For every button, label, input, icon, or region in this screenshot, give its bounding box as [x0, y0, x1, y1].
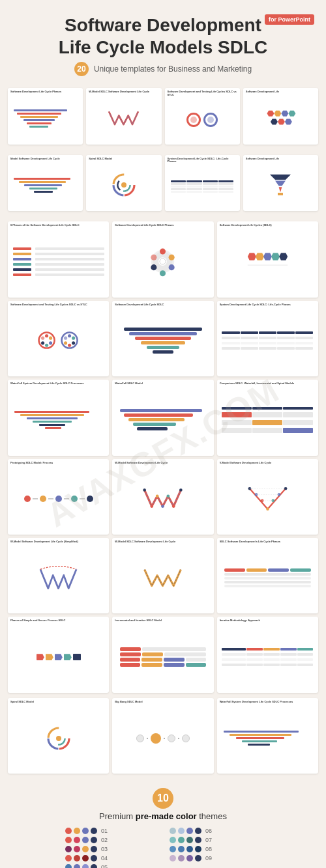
slide-title-20: V-Model Software Development Life Cycle — [220, 462, 316, 465]
color-theme-05: 05 — [65, 864, 156, 868]
color-theme-08: 08 — [170, 846, 261, 852]
svg-marker-14 — [275, 181, 286, 186]
slide-thumb-11: Software Development Life Cycles (SDLC) — [217, 221, 318, 297]
slide-title-5: Model Software Development Life Cycle — [10, 158, 80, 161]
color-dot — [65, 828, 72, 834]
slide-thumb-4: Software Development Life — [243, 88, 318, 144]
svg-point-22 — [160, 270, 166, 276]
color-dot — [82, 864, 89, 868]
slide-title-17: Comparison SDLC: Waterfall, Incremental … — [220, 382, 316, 385]
slide-thumb-16: WaterFall SDLC Model — [112, 380, 213, 455]
svg-point-20 — [169, 254, 175, 260]
color-themes-grid: 01 06 02 — [65, 828, 261, 868]
svg-point-51 — [172, 505, 175, 508]
color-theme-02: 02 — [65, 837, 156, 843]
templates-count-badge: 20 — [74, 62, 89, 76]
color-dot — [186, 828, 193, 834]
svg-point-40 — [68, 334, 71, 337]
slide-title-15: WaterFall System Development Life Cycle … — [10, 382, 106, 385]
slide-thumb-29: WaterFall System Development Life Cycle … — [217, 698, 318, 774]
slide-title-2: W-Model SDLC Software Development Life C… — [89, 91, 158, 94]
slide-thumb-12: Software Development and Testing Life Cy… — [8, 301, 109, 376]
svg-point-47 — [151, 505, 154, 508]
slide-thumb-3: Software Development and Testing Life Cy… — [165, 88, 240, 144]
svg-marker-1 — [274, 110, 281, 116]
svg-point-41 — [72, 337, 75, 340]
slide-title-24: Phases of Simple and Secure Process SDLC — [10, 619, 106, 623]
svg-marker-15 — [279, 187, 282, 192]
slide-title-26: Iterative Methodology: Approach — [220, 619, 316, 623]
slide-title-6: Spiral SDLC Model — [89, 158, 158, 161]
slide-thumb-24: Phases of Simple and Secure Process SDLC — [8, 617, 109, 692]
color-dot — [178, 837, 185, 843]
slide-thumb-9: 6 Phases of the Software Development Lif… — [8, 221, 109, 297]
svg-marker-29 — [271, 253, 280, 260]
color-dot — [186, 837, 193, 843]
color-dot — [178, 855, 185, 861]
slide-title-4: Software Development Life — [246, 91, 316, 94]
color-theme-01: 01 — [65, 828, 156, 834]
svg-point-59 — [284, 487, 288, 490]
slide-title-7: System Development Life Cycle SDLC: Life… — [168, 158, 237, 164]
color-dot — [170, 846, 176, 852]
color-theme-03: 03 — [65, 846, 156, 852]
svg-point-48 — [156, 495, 159, 498]
color-dot — [82, 828, 89, 834]
svg-point-21 — [169, 264, 175, 270]
slide-title-19: W-Model Software Development Life Cycle — [115, 462, 211, 465]
color-dot — [170, 837, 176, 843]
slide-title-10: Software Development Life Cycle SDLC Pha… — [115, 224, 211, 227]
color-dot — [195, 855, 201, 861]
slides-grid-main: 6 Phases of the Software Development Lif… — [0, 216, 326, 698]
svg-point-33 — [45, 334, 48, 337]
color-theme-06: 06 — [170, 828, 261, 834]
slide-thumb-23: SDLC Software Development's Life Cycle P… — [217, 538, 318, 613]
slide-title-28: Big Bang SDLC Model — [115, 701, 211, 704]
color-theme-04: 04 — [65, 855, 156, 861]
slide-thumb-5: Model Software Development Life Cycle — [8, 155, 83, 211]
slide-thumb-25: Incremental and Iterative SDLC Model — [112, 617, 213, 692]
color-dot — [178, 846, 185, 852]
svg-point-35 — [49, 341, 52, 344]
slide-title-9: 6 Phases of the Software Development Lif… — [10, 224, 106, 227]
slide-thumb-7: System Development Life Cycle SDLC: Life… — [165, 155, 240, 211]
svg-point-25 — [160, 259, 166, 264]
color-dot — [91, 846, 97, 852]
slide-thumb-21: W-Model Software Development Life Cycle … — [8, 538, 109, 613]
svg-point-46 — [143, 488, 147, 492]
svg-marker-5 — [278, 119, 285, 124]
color-dot — [186, 846, 193, 852]
color-dot — [195, 846, 201, 852]
svg-marker-26 — [248, 253, 256, 260]
svg-point-23 — [151, 264, 157, 270]
svg-point-37 — [41, 341, 44, 344]
bottom-section: 10 Premium pre-made color themes 01 06 — [0, 779, 326, 868]
slide-title-21: W-Model Software Development Life Cycle … — [10, 540, 106, 544]
badge-row: 20 Unique templates for Business and Mar… — [13, 62, 313, 76]
svg-point-50 — [167, 495, 170, 498]
slide-thumb-19: W-Model Software Development Life Cycle — [112, 459, 213, 535]
svg-point-56 — [266, 507, 269, 511]
color-dot — [65, 846, 72, 852]
premium-text: Premium pre-made color themes — [13, 811, 313, 821]
slide-title-27: Spiral SDLC Model — [10, 701, 106, 704]
svg-marker-6 — [285, 119, 292, 124]
slide-thumb-26: Iterative Methodology: Approach — [217, 617, 318, 692]
slide-title-11: Software Development Life Cycles (SDLC) — [220, 224, 316, 227]
color-dot — [65, 855, 72, 861]
svg-marker-28 — [263, 253, 272, 260]
svg-point-42 — [72, 341, 75, 344]
slide-thumb-10: Software Development Life Cycle SDLC Pha… — [112, 221, 213, 297]
slide-title-16: WaterFall SDLC Model — [115, 382, 211, 385]
slide-thumb-2: W-Model SDLC Software Development Life C… — [86, 88, 161, 144]
slide-title-8: Software Development Life — [246, 158, 316, 161]
color-dot — [65, 837, 72, 843]
slides-grid-top: Software Development Life Cycle Phases W… — [0, 83, 326, 149]
slide-thumb-20: V-Model Software Development Life Cycle — [217, 459, 318, 535]
slide-thumb-17: Comparison SDLC: Waterfall, Incremental … — [217, 380, 318, 455]
svg-point-36 — [45, 344, 48, 347]
color-dot — [74, 855, 80, 861]
color-dot — [65, 864, 72, 868]
slide-thumb-28: Big Bang SDLC Model — [112, 698, 213, 774]
slide-title-22: W-Model SDLC Software Development Life C… — [115, 540, 211, 544]
